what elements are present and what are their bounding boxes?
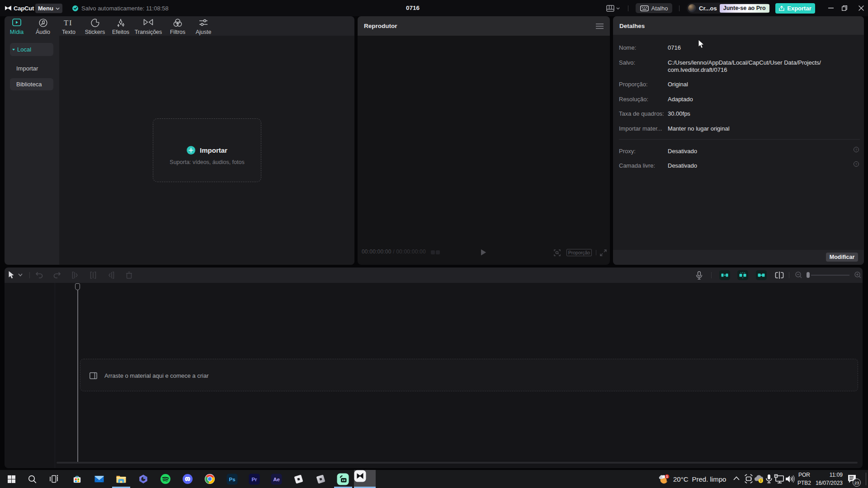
- undo-icon[interactable]: [35, 272, 43, 278]
- taskbar-app-aftereffects[interactable]: Ae: [265, 470, 287, 488]
- tray-mic-icon[interactable]: [765, 474, 773, 486]
- join-pro-badge[interactable]: Junte-se ao Pro: [720, 4, 769, 13]
- delete-icon[interactable]: [126, 272, 132, 279]
- redo-icon[interactable]: [53, 272, 61, 278]
- tray-volume-icon[interactable]: [785, 474, 796, 486]
- taskbar-clock[interactable]: 11:09 16/07/2023: [814, 472, 843, 486]
- fit-preview-icon[interactable]: [554, 249, 561, 256]
- photoshop-label: Ps: [229, 476, 235, 482]
- playhead-handle[interactable]: [75, 283, 80, 290]
- export-button[interactable]: Exportar: [775, 3, 815, 14]
- tab-efeitos[interactable]: Efeitos: [106, 19, 135, 35]
- taskbar-app-spotify[interactable]: [155, 470, 176, 488]
- tab-midia[interactable]: Mídia: [2, 19, 31, 35]
- tab-transicoes[interactable]: Transições: [134, 19, 163, 35]
- detail-label-camada: Camada livre:: [619, 162, 655, 169]
- layout-switch-button[interactable]: [606, 4, 620, 12]
- split-icon[interactable]: [90, 272, 97, 279]
- timeline-scrollbar[interactable]: [57, 462, 858, 464]
- search-button[interactable]: [21, 470, 43, 488]
- show-desktop-button[interactable]: [866, 473, 866, 485]
- tab-ajuste[interactable]: Ajuste: [189, 19, 218, 35]
- window-close-button[interactable]: [854, 0, 868, 16]
- tab-audio[interactable]: Áudio: [28, 19, 57, 35]
- restore-icon: [842, 5, 847, 11]
- proxy-help-icon[interactable]: ?: [854, 147, 859, 152]
- start-button[interactable]: [0, 470, 22, 488]
- plus-icon: [187, 146, 195, 155]
- preview-mode-close-gap-button[interactable]: [719, 270, 730, 280]
- player-menu-icon[interactable]: [596, 23, 604, 29]
- details-panel-header: Detalhes: [613, 16, 864, 35]
- sidebar-item-local[interactable]: Local: [10, 43, 53, 56]
- taskbar-app-mail[interactable]: [88, 470, 110, 488]
- taskbar-app-photoshop[interactable]: Ps: [221, 470, 243, 488]
- import-dropzone[interactable]: Importar Suporta: vídeos, áudios, fotos: [153, 118, 261, 182]
- weather-icon: 1: [658, 474, 670, 485]
- fullscreen-icon[interactable]: [600, 249, 607, 256]
- capcut-logo: CapCut: [5, 4, 34, 13]
- play-button[interactable]: [481, 249, 486, 256]
- tab-texto[interactable]: T I Texto: [54, 19, 83, 35]
- taskbar-app-roblox[interactable]: [288, 470, 309, 488]
- record-voiceover-icon[interactable]: [696, 271, 703, 280]
- taskbar-weather[interactable]: 1 20°C Pred. limpo: [658, 470, 726, 488]
- taskbar-app-chrome[interactable]: [199, 470, 221, 488]
- tray-chevron-up-icon[interactable]: [733, 476, 740, 480]
- tray-onedrive-icon[interactable]: !: [753, 474, 764, 485]
- preview-mode-link-button[interactable]: [756, 270, 767, 280]
- player-panel: Reprodutor 00:00:00:00 / 00:00:00:00 Pro…: [358, 16, 610, 265]
- timeline-dropzone[interactable]: Arraste o material aqui e comece a criar: [80, 359, 858, 391]
- taskbar-app-explorer[interactable]: [110, 470, 132, 488]
- camada-help-icon[interactable]: ?: [854, 161, 859, 167]
- after-effects-icon: Ae: [271, 474, 282, 485]
- taskbar-app-discord[interactable]: [177, 470, 198, 488]
- menu-button[interactable]: Menu: [35, 4, 62, 13]
- frame-back-button[interactable]: [431, 250, 435, 254]
- taskbar-app-store[interactable]: [66, 470, 88, 488]
- tray-network-icon[interactable]: [774, 474, 785, 486]
- tab-filtros[interactable]: Filtros: [163, 19, 192, 35]
- tab-stickers[interactable]: Stickers: [80, 19, 109, 35]
- user-account-chip[interactable]: Cr...os Junte-se ao Pro: [687, 3, 770, 14]
- detail-label-nome: Nome:: [619, 44, 636, 51]
- window-minimize-button[interactable]: [824, 0, 838, 16]
- timeline-zoom-slider-track[interactable]: [811, 275, 849, 276]
- spotify-icon: [160, 474, 171, 484]
- taskbar-app-recorder[interactable]: [332, 470, 354, 488]
- taskbar-app-office[interactable]: [132, 470, 154, 488]
- taskbar-app-capcut-active[interactable]: [354, 470, 376, 488]
- tray-gamebar-icon[interactable]: [744, 474, 754, 486]
- sidebar-item-importar[interactable]: Importar: [16, 64, 38, 72]
- media-tab-icon: [12, 19, 21, 26]
- taskbar-app-premiere[interactable]: Pr: [243, 470, 265, 488]
- modify-button[interactable]: Modificar: [826, 253, 858, 262]
- window-restore-button[interactable]: [838, 0, 851, 16]
- roblox-icon: [293, 474, 304, 485]
- tab-transicoes-label: Transições: [135, 29, 162, 35]
- timeline-zoom-slider-handle[interactable]: [807, 272, 810, 278]
- preview-mode-magnetic-button[interactable]: [737, 270, 748, 280]
- select-tool-dropdown-icon[interactable]: [18, 273, 23, 277]
- titlebar: CapCut Menu Salvo automaticamente: 11:08…: [0, 0, 868, 16]
- task-view-button[interactable]: [43, 470, 65, 488]
- zoom-in-icon[interactable]: [854, 272, 861, 278]
- aspect-ratio-button[interactable]: Proporção: [566, 249, 592, 256]
- capcut-taskbar-icon: [354, 470, 366, 482]
- shortcut-button[interactable]: Atalho: [636, 3, 672, 13]
- select-tool-icon[interactable]: [8, 271, 15, 279]
- clock-time: 11:09: [814, 472, 843, 478]
- split-preview-icon[interactable]: [775, 272, 784, 279]
- mint-recorder-icon: [337, 473, 349, 485]
- split-left-icon[interactable]: [71, 272, 79, 279]
- taskbar-language-indicator[interactable]: POR PTB2: [797, 472, 812, 486]
- import-dropzone-subtitle: Suporta: vídeos, áudios, fotos: [153, 159, 261, 165]
- frame-forward-button[interactable]: [436, 250, 440, 254]
- detail-value-resolucao: Adaptado: [668, 96, 693, 103]
- split-right-icon[interactable]: [108, 272, 115, 279]
- taskbar-app-roblox-studio[interactable]: [310, 470, 331, 488]
- search-icon: [28, 475, 37, 483]
- zoom-out-icon[interactable]: [795, 272, 802, 278]
- sidebar-item-biblioteca[interactable]: Biblioteca: [10, 78, 53, 90]
- toolbar-separator: [711, 272, 712, 278]
